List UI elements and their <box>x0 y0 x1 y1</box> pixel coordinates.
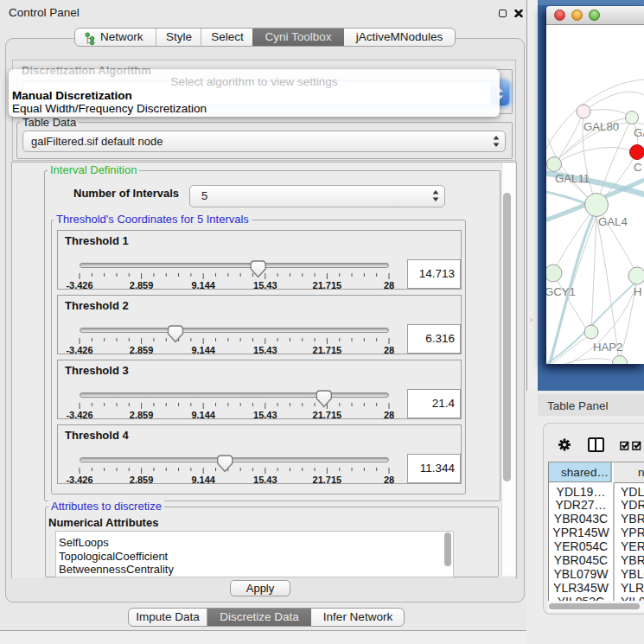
svg-text:GAL11: GAL11 <box>555 172 590 185</box>
svg-text:GCY1: GCY1 <box>546 285 576 298</box>
svg-text:GAL4: GAL4 <box>598 215 628 228</box>
svg-text:C: C <box>634 161 642 174</box>
svg-text:H: H <box>634 285 642 298</box>
svg-text:HAP2: HAP2 <box>593 341 622 354</box>
svg-text:GAL80: GAL80 <box>583 120 619 133</box>
svg-text:GA: GA <box>634 126 644 139</box>
